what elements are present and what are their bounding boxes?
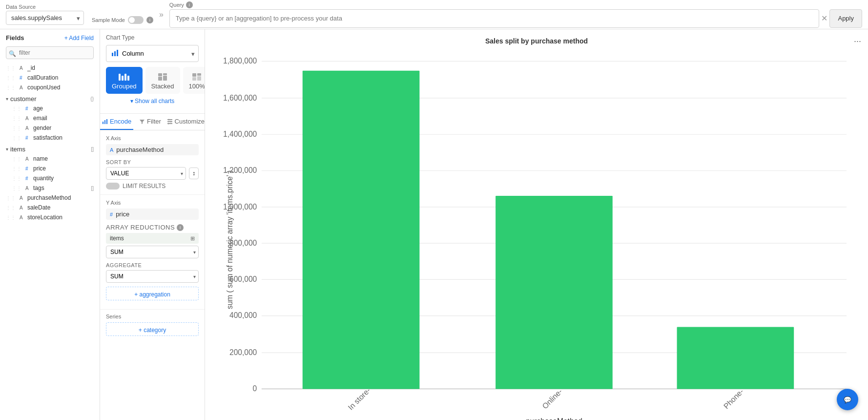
chat-button[interactable]: 💬 — [837, 389, 858, 410]
drag-handle: ⋮⋮ — [6, 195, 16, 201]
query-info[interactable]: i — [186, 1, 193, 8]
field-item[interactable]: ⋮⋮ A purchaseMethod — [0, 193, 100, 203]
y-tick-label: 200,000 — [229, 348, 257, 357]
section-badge: [] — [91, 147, 94, 152]
field-item[interactable]: ⋮⋮ A email — [0, 113, 100, 123]
items-expand-icon[interactable]: ⊞ — [190, 235, 195, 242]
field-type-icon: A — [20, 65, 24, 71]
section-header-customer[interactable]: ▾ customer {} — [0, 92, 100, 104]
y-tick-label: 400,000 — [229, 311, 257, 319]
aggregate-label: AGGREGATE — [106, 262, 199, 268]
svg-rect-2 — [117, 50, 118, 56]
field-type-icon: A — [25, 126, 30, 131]
field-item[interactable]: ⋮⋮ # satisfaction — [0, 133, 100, 143]
drag-handle: ⋮⋮ — [12, 166, 21, 171]
x-axis-field[interactable]: A purchaseMethod — [106, 144, 199, 155]
chart-type-icon — [111, 49, 119, 58]
sort-direction-button[interactable]: ↕ — [189, 168, 199, 179]
tab-filter[interactable]: Filter — [133, 114, 166, 130]
y-tick-label: 600,000 — [229, 275, 257, 283]
chart-variant-grouped[interactable]: Grouped — [106, 67, 143, 94]
field-type-icon: # — [25, 166, 30, 171]
chart-menu-button[interactable]: ··· — [854, 36, 861, 46]
section-header-items[interactable]: ▾ items [] — [0, 143, 100, 154]
datasource-select[interactable]: sales.supplySales — [6, 11, 84, 25]
query-label: Query — [169, 2, 184, 8]
field-item[interactable]: ⋮⋮ # callDuration — [0, 73, 100, 83]
drag-handle: ⋮⋮ — [6, 215, 16, 220]
y-axis-field[interactable]: # price — [106, 209, 199, 220]
array-reductions-info[interactable]: i — [177, 224, 184, 231]
y-tick-label: 1,200,000 — [223, 166, 257, 174]
field-name: purchaseMethod — [27, 194, 71, 201]
chart-svg: sum ( sum of numeric array 'items.price'… — [215, 49, 858, 420]
filter-input[interactable] — [6, 46, 94, 59]
add-aggregation-btn[interactable]: + aggregation — [106, 287, 199, 300]
bar-label-phone: Phone- — [722, 387, 745, 411]
tab-customize[interactable]: Customize — [167, 114, 205, 130]
field-type-icon: A — [25, 186, 30, 191]
y-field-icon: # — [110, 211, 113, 217]
field-name: email — [33, 115, 47, 122]
items-label: items — [110, 235, 124, 242]
bar-in-store — [303, 71, 420, 389]
sort-select[interactable]: VALUE — [106, 167, 186, 180]
x-axis-label: X Axis — [106, 135, 199, 141]
field-item[interactable]: ⋮⋮ A name — [0, 154, 100, 164]
chart-variant-stacked[interactable]: Stacked — [145, 67, 180, 94]
drag-handle: ⋮⋮ — [6, 85, 16, 90]
fields-list: ⋮⋮ A _id ⋮⋮ # callDuration ⋮⋮ A couponUs… — [0, 63, 100, 420]
y-tick-label: 0 — [253, 384, 257, 393]
array-sum-select[interactable]: SUM — [106, 246, 199, 258]
chart-title: Sales split by purchase method — [485, 37, 588, 45]
x-field-icon: A — [110, 147, 113, 153]
query-clear-icon[interactable]: ✕ — [821, 14, 827, 23]
svg-point-11 — [167, 123, 169, 124]
apply-button[interactable]: Apply — [829, 9, 862, 28]
drag-handle: ⋮⋮ — [12, 186, 21, 191]
query-input[interactable] — [169, 9, 820, 28]
add-field-button[interactable]: + Add Field — [64, 35, 94, 42]
aggregate-select[interactable]: SUM — [106, 270, 199, 283]
drag-handle: ⋮⋮ — [6, 75, 16, 81]
field-item[interactable]: ⋮⋮ # quantity — [0, 173, 100, 183]
limit-results-toggle[interactable] — [106, 183, 120, 189]
section-name: customer — [10, 95, 36, 103]
y-axis-label: Y Axis — [106, 200, 199, 206]
field-item[interactable]: ⋮⋮ A couponUsed — [0, 83, 100, 92]
field-type-icon: A — [20, 85, 24, 90]
limit-results-label: LIMIT RESULTS — [123, 183, 165, 189]
arrow-icon: » — [159, 10, 164, 19]
add-category-btn[interactable]: + category — [106, 322, 199, 336]
chart-variant-100pct[interactable]: 100% — [183, 67, 205, 94]
section-chevron: ▾ — [6, 96, 8, 102]
field-item[interactable]: ⋮⋮ A tags [] — [0, 183, 100, 193]
drag-handle: ⋮⋮ — [6, 65, 16, 71]
field-item[interactable]: ⋮⋮ A _id — [0, 63, 100, 73]
svg-rect-3 — [103, 122, 103, 124]
svg-point-10 — [170, 121, 171, 122]
drag-handle: ⋮⋮ — [12, 116, 21, 121]
field-item[interactable]: ⋮⋮ A storeLocation — [0, 212, 100, 222]
field-item[interactable]: ⋮⋮ # age — [0, 104, 100, 113]
field-name: callDuration — [27, 74, 58, 81]
chart-type-select[interactable]: Column — [106, 45, 199, 62]
field-item[interactable]: ⋮⋮ A gender — [0, 123, 100, 133]
sample-mode-toggle[interactable] — [128, 16, 144, 24]
chart-type-label: Chart Type — [106, 34, 199, 41]
field-item[interactable]: ⋮⋮ A saleDate — [0, 203, 100, 212]
sample-mode-info[interactable]: i — [146, 17, 153, 23]
field-type-icon: # — [25, 106, 30, 111]
fields-title: Fields — [6, 34, 24, 42]
field-type-icon: A — [20, 195, 24, 201]
variant-label: Stacked — [151, 83, 174, 90]
search-icon: 🔍 — [9, 50, 16, 57]
field-name: name — [33, 155, 48, 162]
section-name: items — [10, 146, 25, 153]
show-all-charts-btn[interactable]: ▾ Show all charts — [106, 94, 199, 108]
bar-label-in-store: In store- — [346, 386, 372, 411]
bar-label-online: Online- — [540, 387, 563, 410]
tab-encode[interactable]: Encode — [100, 114, 133, 130]
field-item[interactable]: ⋮⋮ # price — [0, 164, 100, 173]
drag-handle: ⋮⋮ — [6, 205, 16, 210]
